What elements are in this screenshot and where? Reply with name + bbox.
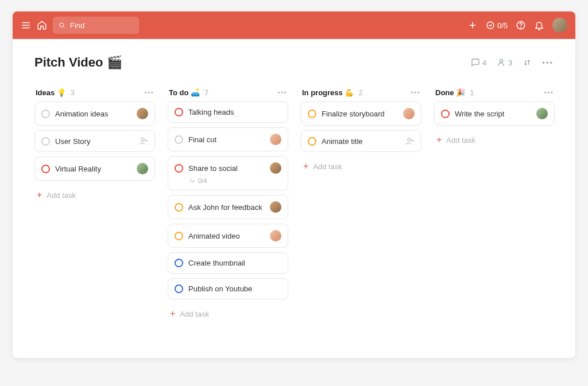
status-circle-icon[interactable] <box>308 137 316 146</box>
column-in-progress: In progress 💪 2 ••• Finalize storyboard … <box>301 86 421 176</box>
column-menu[interactable]: ••• <box>411 88 420 97</box>
goals-count: 0/5 <box>497 21 508 30</box>
assignee-avatar[interactable] <box>137 108 148 119</box>
card-title: Create thumbnail <box>188 259 281 267</box>
help-icon[interactable] <box>516 20 526 30</box>
column-menu[interactable]: ••• <box>277 88 287 97</box>
svg-point-7 <box>487 22 494 29</box>
user-avatar[interactable] <box>552 18 567 33</box>
svg-point-10 <box>500 60 502 63</box>
task-card[interactable]: Animate title <box>301 130 421 152</box>
search-input[interactable] <box>70 21 133 30</box>
column-header: Ideas 💡 3 ••• <box>34 86 155 102</box>
column-title: In progress 💪 <box>302 88 354 97</box>
plus-icon: + <box>303 161 308 171</box>
task-card[interactable]: Finalize storyboard <box>301 102 421 126</box>
home-icon[interactable] <box>37 20 47 30</box>
card-title: Animated video <box>188 232 265 240</box>
assignee-avatar[interactable] <box>270 134 281 145</box>
add-task-button[interactable]: + Add task <box>301 157 421 176</box>
column-count: 3 <box>71 88 75 97</box>
assignee-avatar[interactable] <box>137 163 148 174</box>
menu-icon[interactable] <box>21 20 31 30</box>
assignee-avatar[interactable] <box>270 201 281 213</box>
status-circle-icon[interactable] <box>441 110 450 118</box>
status-circle-icon[interactable] <box>41 165 50 173</box>
task-card[interactable]: Final cut <box>168 127 288 151</box>
task-card[interactable]: Animated video <box>168 224 288 248</box>
subtask-indicator: 0/4 <box>189 177 281 184</box>
bell-icon[interactable] <box>534 20 544 30</box>
project-title: Pitch Video 🎬 <box>34 55 122 70</box>
column-title: Done 🎉 <box>435 88 465 97</box>
status-circle-icon[interactable] <box>175 232 183 240</box>
topbar: 0/5 <box>13 11 575 39</box>
card-title: Animate title <box>322 137 400 146</box>
add-task-button[interactable]: + Add task <box>168 304 288 323</box>
task-card[interactable]: Create thumbnail <box>168 252 288 274</box>
task-card[interactable]: Talking heads <box>168 102 288 123</box>
status-circle-icon[interactable] <box>175 164 183 173</box>
subtask-count: 0/4 <box>198 177 207 184</box>
column-count: 1 <box>470 88 474 97</box>
plus-icon: + <box>436 135 442 145</box>
add-task-button[interactable]: + Add task <box>434 130 555 150</box>
board: Ideas 💡 3 ••• Animation ideas User Story… <box>13 75 575 358</box>
status-circle-icon[interactable] <box>41 110 50 118</box>
add-task-label: Add task <box>313 162 342 171</box>
assignee-avatar[interactable] <box>536 108 548 119</box>
search-icon <box>59 21 65 29</box>
card-title: Publish on Youtube <box>188 284 281 293</box>
assignee-avatar[interactable] <box>270 230 281 241</box>
members-button[interactable]: 3 <box>497 58 512 67</box>
status-circle-icon[interactable] <box>175 259 183 267</box>
svg-point-11 <box>141 138 144 141</box>
status-circle-icon[interactable] <box>175 284 183 293</box>
task-card[interactable]: Write the script <box>434 102 555 126</box>
assign-icon[interactable] <box>139 137 148 146</box>
user-icon <box>497 58 506 67</box>
column-menu[interactable]: ••• <box>144 88 154 97</box>
card-title: Ask John for feedback <box>188 203 265 212</box>
status-circle-icon[interactable] <box>308 110 316 118</box>
status-circle-icon[interactable] <box>41 137 50 146</box>
task-card[interactable]: Animation ideas <box>34 102 155 126</box>
svg-line-4 <box>63 26 64 28</box>
column-todo: To do 🛋️ 7 ••• Talking heads Final cut S… <box>168 86 288 323</box>
svg-point-3 <box>60 23 64 27</box>
add-task-label: Add task <box>47 191 76 200</box>
task-card[interactable]: Share to social 0/4 <box>168 156 288 190</box>
column-header: To do 🛋️ 7 ••• <box>168 86 288 102</box>
sort-icon <box>523 58 532 67</box>
comments-button[interactable]: 4 <box>471 58 486 67</box>
sort-button[interactable] <box>523 58 532 67</box>
status-circle-icon[interactable] <box>175 108 183 116</box>
task-card[interactable]: User Story <box>34 130 155 152</box>
search-box[interactable] <box>53 17 139 34</box>
add-task-button[interactable]: + Add task <box>34 185 155 205</box>
svg-point-9 <box>521 27 521 28</box>
comments-count: 4 <box>482 59 486 67</box>
column-menu[interactable]: ••• <box>544 88 554 97</box>
status-circle-icon[interactable] <box>175 203 183 212</box>
task-card[interactable]: Publish on Youtube <box>168 278 288 299</box>
goals-indicator[interactable]: 0/5 <box>486 21 508 30</box>
assignee-avatar[interactable] <box>270 162 281 174</box>
column-title: To do 🛋️ <box>169 88 200 97</box>
header-actions: 4 3 ••• <box>471 58 554 67</box>
card-title: Virtual Reality <box>55 165 131 173</box>
status-circle-icon[interactable] <box>175 135 183 144</box>
assignee-avatar[interactable] <box>403 108 415 119</box>
target-icon <box>486 21 495 30</box>
card-title: User Story <box>55 137 134 146</box>
assign-icon[interactable] <box>405 137 415 146</box>
add-task-label: Add task <box>180 310 209 318</box>
task-card[interactable]: Virtual Reality <box>34 157 155 181</box>
add-icon[interactable] <box>467 20 478 30</box>
task-card[interactable]: Ask John for feedback <box>168 195 288 219</box>
column-title: Ideas 💡 <box>36 88 66 97</box>
add-task-label: Add task <box>446 136 475 145</box>
plus-icon: + <box>170 309 175 319</box>
card-title: Talking heads <box>188 108 281 116</box>
more-button[interactable]: ••• <box>542 59 554 67</box>
